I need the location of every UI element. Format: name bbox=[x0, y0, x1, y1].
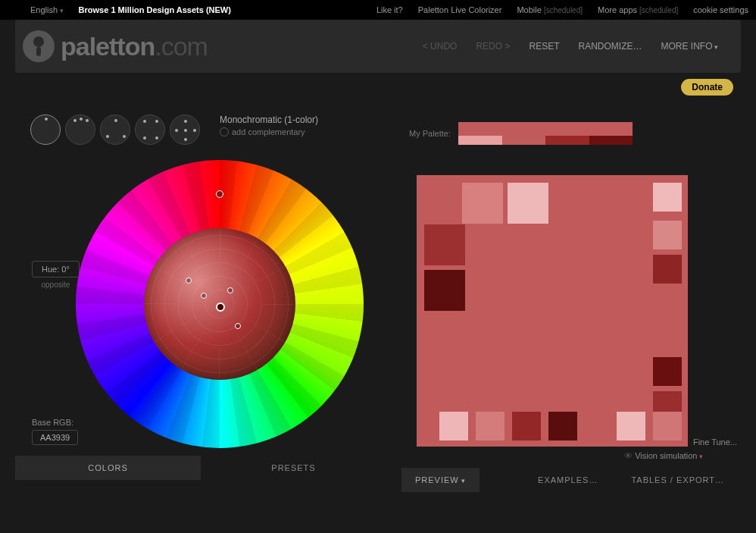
redo-button[interactable]: REDO > bbox=[476, 41, 510, 52]
hue-marker[interactable] bbox=[216, 190, 223, 198]
scheme-triad-dial[interactable] bbox=[100, 114, 130, 145]
base-marker[interactable] bbox=[216, 303, 225, 312]
preview-swatch[interactable] bbox=[548, 412, 577, 441]
shade-marker[interactable] bbox=[186, 277, 192, 284]
base-rgb-label: Base RGB: bbox=[32, 418, 78, 427]
randomize-button[interactable]: RANDOMIZE… bbox=[578, 41, 642, 52]
preview-swatch[interactable] bbox=[424, 270, 465, 311]
base-rgb-value[interactable]: AA3939 bbox=[32, 430, 78, 445]
preview-swatch[interactable] bbox=[508, 183, 548, 224]
undo-button[interactable]: < UNDO bbox=[423, 41, 458, 52]
palette-shade[interactable] bbox=[589, 136, 633, 145]
shade-marker[interactable] bbox=[227, 287, 233, 293]
browse-assets-link[interactable]: Browse 1 Million Design Assets (NEW) bbox=[79, 5, 231, 14]
preview-swatch[interactable] bbox=[653, 183, 682, 212]
hue-button[interactable]: Hue: 0° bbox=[32, 261, 80, 277]
logo[interactable]: paletton.com bbox=[23, 30, 208, 62]
preview-box[interactable] bbox=[417, 175, 688, 447]
my-palette-label: My Palette: bbox=[409, 129, 451, 138]
scheme-tetrad-dial[interactable] bbox=[135, 114, 165, 145]
language-selector[interactable]: English bbox=[30, 5, 64, 14]
reset-button[interactable]: RESET bbox=[529, 41, 559, 52]
palette-strip[interactable] bbox=[458, 122, 633, 145]
tab-export[interactable]: TABLES / EXPORT… bbox=[614, 468, 741, 492]
preview-swatch[interactable] bbox=[476, 412, 505, 441]
right-panel: My Palette: Vision simulation PREVIEW EX… bbox=[386, 80, 741, 492]
scheme-freestyle-dial[interactable] bbox=[170, 114, 200, 145]
preview-swatch[interactable] bbox=[653, 412, 682, 441]
scheme-mono-dial[interactable] bbox=[30, 114, 61, 145]
cookie-settings-link[interactable]: cookie settings bbox=[693, 5, 748, 14]
palette-primary[interactable] bbox=[458, 122, 633, 136]
preview-swatch[interactable] bbox=[653, 255, 682, 284]
tab-examples[interactable]: EXAMPLES… bbox=[521, 468, 614, 492]
more-apps-link[interactable]: More apps [scheduled] bbox=[598, 5, 678, 14]
tab-colors[interactable]: COLORS bbox=[15, 456, 201, 480]
opposite-link[interactable]: opposite bbox=[32, 281, 80, 289]
scheme-adjacent-dial[interactable] bbox=[65, 114, 95, 145]
header: paletton.com < UNDO REDO > RESET RANDOMI… bbox=[15, 20, 741, 73]
mobile-link[interactable]: Mobile [scheduled] bbox=[517, 5, 583, 14]
color-wheel[interactable] bbox=[76, 160, 364, 448]
radio-off-icon bbox=[220, 127, 229, 136]
logo-icon bbox=[23, 30, 55, 62]
preview-swatch[interactable] bbox=[439, 412, 468, 441]
more-info-button[interactable]: MORE INFO bbox=[661, 41, 718, 52]
topbar: English Browse 1 Million Design Assets (… bbox=[0, 0, 756, 20]
preview-swatch[interactable] bbox=[617, 412, 645, 441]
preview-swatch[interactable] bbox=[512, 412, 541, 441]
shade-marker[interactable] bbox=[201, 293, 207, 299]
preview-swatch[interactable] bbox=[424, 224, 465, 265]
preview-swatch[interactable] bbox=[653, 357, 682, 386]
add-complementary-toggle[interactable]: add complementary bbox=[220, 127, 318, 136]
preview-swatch[interactable] bbox=[653, 221, 682, 249]
left-panel: Monochromatic (1-color) add complementar… bbox=[15, 80, 386, 492]
vision-simulation-button[interactable]: Vision simulation bbox=[401, 451, 703, 460]
palette-shade[interactable] bbox=[502, 136, 546, 145]
palette-shade[interactable] bbox=[458, 136, 502, 145]
tab-presets[interactable]: PRESETS bbox=[201, 456, 386, 480]
like-it-link[interactable]: Like it? bbox=[376, 5, 403, 14]
scheme-name: Monochromatic (1-color) bbox=[220, 114, 318, 125]
shade-marker[interactable] bbox=[235, 323, 241, 329]
live-colorizer-link[interactable]: Paletton Live Colorizer bbox=[418, 5, 502, 14]
tab-preview[interactable]: PREVIEW bbox=[401, 468, 480, 492]
palette-shade[interactable] bbox=[545, 136, 589, 145]
preview-swatch[interactable] bbox=[462, 183, 503, 224]
